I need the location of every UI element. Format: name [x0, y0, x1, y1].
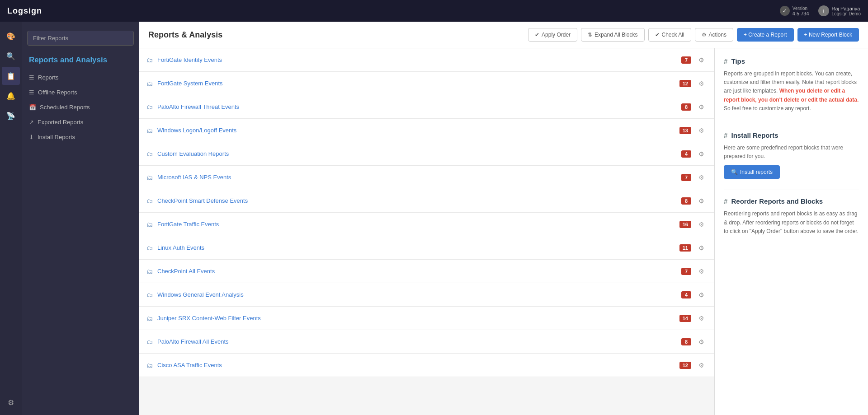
tips-highlight: When you delete or edit a report block, …	[724, 88, 859, 103]
report-block-name[interactable]: PaloAlto Firewall Threat Events	[157, 103, 677, 110]
tips-divider-2	[724, 190, 859, 190]
report-block-folder-icon: 🗂	[146, 221, 153, 228]
sidebar-icon-reports[interactable]: 📋	[2, 67, 20, 85]
report-block-folder-icon: 🗂	[146, 127, 153, 134]
report-block-name[interactable]: FortiGate Traffic Events	[157, 221, 675, 228]
sidebar-icon-alerts[interactable]: 🔔	[2, 87, 20, 105]
report-gear-button[interactable]: ⚙	[696, 149, 707, 159]
report-gear-button[interactable]: ⚙	[696, 360, 707, 371]
new-report-block-label: + New Report Block	[804, 32, 852, 38]
report-count-badge: 14	[679, 315, 691, 322]
report-gear-button[interactable]: ⚙	[696, 172, 707, 183]
check-all-label: Check All	[662, 32, 684, 38]
reorder-heading: # Reorder Reports and Blocks	[724, 197, 859, 205]
sidebar-icon-search[interactable]: 🔍	[2, 47, 20, 65]
report-block-item: 🗂 Custom Evaluation Reports 4 ⚙	[139, 142, 714, 166]
user-name: Raj Pagariya	[832, 6, 861, 11]
actions-button[interactable]: ⚙ Actions	[695, 28, 733, 42]
report-gear-button[interactable]: ⚙	[696, 102, 707, 112]
tips-body: Reports are grouped in report blocks. Yo…	[724, 70, 859, 113]
new-report-block-button[interactable]: + New Report Block	[797, 28, 859, 42]
report-gear-button[interactable]: ⚙	[696, 313, 707, 324]
report-block-name[interactable]: CheckPoint All Events	[157, 268, 677, 275]
report-count-badge: 7	[681, 56, 691, 64]
report-block-name[interactable]: Custom Evaluation Reports	[157, 150, 677, 157]
expand-all-label: Expand All Blocks	[594, 32, 637, 38]
install-reports-section: # Install Reports Here are some predefin…	[724, 131, 859, 179]
left-panel: Filter Reports Reports and Analysis ☰ Re…	[22, 22, 139, 415]
report-block-item: 🗂 Microsoft IAS & NPS Events 7 ⚙	[139, 166, 714, 189]
nav-item-install-reports[interactable]: ⬇ Install Reports	[22, 130, 139, 145]
create-report-button[interactable]: + Create a Report	[737, 28, 794, 42]
version-number: 4.5.734	[793, 11, 809, 16]
report-gear-button[interactable]: ⚙	[696, 266, 707, 277]
nav-item-offline-reports[interactable]: ☰ Offline Reports	[22, 85, 139, 100]
report-list-area: 🗂 FortiGate Identity Events 7 ⚙ 🗂 FortiG…	[139, 48, 714, 415]
main-content: Reports & Analysis ✔ Apply Order ⇅ Expan…	[139, 22, 868, 415]
expand-all-blocks-button[interactable]: ⇅ Expand All Blocks	[581, 28, 644, 42]
report-gear-button[interactable]: ⚙	[696, 78, 707, 89]
expand-all-icon: ⇅	[588, 32, 592, 38]
filter-reports-box[interactable]: Filter Reports	[27, 31, 134, 46]
report-count-badge: 11	[679, 244, 691, 252]
reorder-hash: #	[724, 197, 727, 205]
offline-reports-nav-icon: ☰	[29, 89, 34, 96]
reorder-section: # Reorder Reports and Blocks Reordering …	[724, 197, 859, 236]
install-reports-heading: # Install Reports	[724, 131, 859, 139]
report-gear-button[interactable]: ⚙	[696, 219, 707, 230]
nav-item-reports[interactable]: ☰ Reports	[22, 70, 139, 85]
active-section-label: Reports and Analysis	[22, 53, 139, 70]
report-block-name[interactable]: Windows General Event Analysis	[157, 291, 677, 298]
sidebar-icon-dashboard[interactable]: 🎨	[2, 27, 20, 45]
report-gear-button[interactable]: ⚙	[696, 196, 707, 206]
report-gear-button[interactable]: ⚙	[696, 242, 707, 253]
report-block-name[interactable]: CheckPoint Smart Defense Events	[157, 197, 677, 204]
report-block-name[interactable]: Linux Auth Events	[157, 244, 675, 251]
report-block-item: 🗂 Linux Auth Events 11 ⚙	[139, 236, 714, 260]
tips-panel: # Tips Reports are grouped in report blo…	[714, 48, 868, 415]
report-block-item: 🗂 FortiGate System Events 12 ⚙	[139, 72, 714, 95]
report-block-name[interactable]: FortiGate System Events	[157, 80, 675, 87]
report-block-item: 🗂 Cisco ASA Traffic Events 12 ⚙	[139, 354, 714, 377]
report-gear-button[interactable]: ⚙	[696, 336, 707, 347]
install-reports-button[interactable]: 🔍 Install reports	[724, 165, 780, 179]
report-block-folder-icon: 🗂	[146, 291, 153, 298]
report-block-item: 🗂 PaloAlto Firewall All Events 8 ⚙	[139, 330, 714, 354]
sidebar-icon-network[interactable]: 📡	[2, 107, 20, 125]
report-gear-button[interactable]: ⚙	[696, 125, 707, 136]
report-block-folder-icon: 🗂	[146, 197, 153, 205]
report-block-name[interactable]: Microsoft IAS & NPS Events	[157, 174, 677, 181]
check-all-button[interactable]: ✔ Check All	[648, 28, 691, 42]
report-block-folder-icon: 🗂	[146, 174, 153, 181]
report-count-badge: 8	[681, 338, 691, 345]
apply-order-button[interactable]: ✔ Apply Order	[528, 28, 577, 42]
nav-item-reports-label: Reports	[38, 74, 59, 81]
report-block-folder-icon: 🗂	[146, 338, 153, 345]
exported-reports-nav-icon: ↗	[29, 119, 34, 126]
report-block-folder-icon: 🗂	[146, 268, 153, 275]
report-block-name[interactable]: PaloAlto Firewall All Events	[157, 338, 677, 345]
report-count-badge: 4	[681, 150, 691, 158]
report-gear-button[interactable]: ⚙	[696, 55, 707, 65]
install-hash: #	[724, 131, 727, 139]
report-block-item: 🗂 Windows General Event Analysis 4 ⚙	[139, 283, 714, 307]
actions-label: Actions	[709, 32, 726, 38]
report-count-badge: 12	[679, 362, 691, 369]
report-block-name[interactable]: Windows Logon/Logoff Events	[157, 127, 675, 134]
report-block-name[interactable]: Juniper SRX Content-Web Filter Events	[157, 315, 675, 322]
avatar: i	[818, 5, 829, 16]
report-block-name[interactable]: Cisco ASA Traffic Events	[157, 362, 675, 368]
user-subtitle: Logsign Demo	[832, 11, 861, 16]
report-block-item: 🗂 PaloAlto Firewall Threat Events 8 ⚙	[139, 95, 714, 119]
sidebar-icon-settings[interactable]: ⚙	[2, 393, 20, 411]
report-gear-button[interactable]: ⚙	[696, 289, 707, 300]
sidebar-icons: 🎨 🔍 📋 🔔 📡 ⚙	[0, 22, 22, 415]
version-label: Version	[793, 6, 809, 11]
report-count-badge: 16	[679, 221, 691, 228]
topbar: Logsign ✓ Version 4.5.734 i Raj Pagariya…	[0, 0, 868, 22]
reports-nav-icon: ☰	[29, 74, 34, 81]
report-block-name[interactable]: FortiGate Identity Events	[157, 56, 677, 63]
create-report-label: + Create a Report	[744, 32, 787, 38]
nav-item-scheduled-reports[interactable]: 📅 Scheduled Reports	[22, 100, 139, 115]
nav-item-exported-reports[interactable]: ↗ Exported Reports	[22, 115, 139, 130]
